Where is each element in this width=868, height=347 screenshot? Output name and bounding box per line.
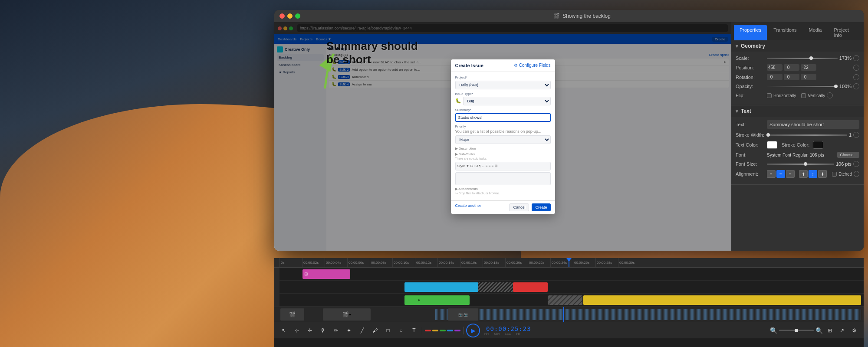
geometry-section-header[interactable]: ▼ Geometry	[731, 40, 864, 52]
valign-bottom[interactable]: ⬇	[818, 170, 827, 178]
clip-green[interactable]: ●	[404, 295, 470, 305]
minimize-button[interactable]	[287, 13, 293, 19]
clip-red[interactable]	[513, 282, 548, 292]
cancel-button[interactable]: Cancel	[509, 203, 529, 211]
valign-middle[interactable]: ↕	[809, 170, 817, 178]
text-section-header[interactable]: ▼ Text	[731, 105, 864, 117]
star-tool[interactable]: ✦	[344, 325, 354, 336]
pen-tool[interactable]: ✏	[331, 325, 341, 336]
font-row: Font: System Font Regular, 106 pts Choos…	[736, 152, 859, 158]
thumb-clip-2[interactable]: 🎬 ▪	[323, 308, 371, 321]
opacity-reset[interactable]	[853, 83, 859, 89]
scale-row: Scale: 173%	[736, 55, 859, 61]
position-y[interactable]	[784, 64, 799, 71]
stripe-svg	[548, 295, 582, 305]
stroke-reset[interactable]	[853, 132, 859, 138]
tab-transitions[interactable]: Transitions	[768, 25, 802, 40]
align-left[interactable]: ≡	[767, 170, 776, 178]
color-dot-purple[interactable]	[454, 330, 460, 331]
issue-type-select[interactable]: Bug	[463, 97, 551, 105]
export-button[interactable]: ↗	[837, 325, 847, 336]
blade-tool[interactable]: ⊹	[292, 325, 302, 336]
color-row: Text Color: Stroke Color:	[736, 141, 859, 149]
color-dot-red[interactable]	[425, 330, 431, 331]
create-button[interactable]: Create	[532, 203, 550, 211]
rotation-reset[interactable]	[853, 74, 859, 80]
track-3-label	[274, 294, 279, 306]
rotation-z[interactable]	[801, 74, 816, 80]
opacity-slider[interactable]	[767, 86, 838, 87]
clip-cyan[interactable]	[404, 282, 478, 292]
tab-media[interactable]: Media	[803, 25, 828, 40]
no-sub-tasks: There are no sub-tasks.	[455, 157, 551, 160]
color-dot-blue[interactable]	[447, 330, 453, 331]
clip-icon: ⊞	[302, 272, 308, 276]
font-size-slider[interactable]	[767, 164, 834, 165]
paint-tool[interactable]: 🖌	[370, 325, 380, 336]
clip-diagonal[interactable]	[478, 282, 513, 292]
flip-label: Flip:	[736, 93, 765, 98]
flip-h-checkbox[interactable]	[767, 93, 772, 98]
alignment-label: Alignment:	[736, 171, 765, 177]
position-x[interactable]	[767, 64, 783, 71]
zoom-out-button[interactable]: 🔍	[770, 327, 777, 334]
scale-slider[interactable]	[767, 58, 838, 59]
flip-v-checkbox[interactable]	[801, 93, 806, 98]
font-size-reset[interactable]	[853, 161, 859, 167]
title-bar: 🎬 Showing the backlog	[274, 10, 864, 22]
ruler-tick-20s: 00:00:20s	[505, 258, 522, 267]
align-center[interactable]: ≡	[776, 170, 785, 178]
etched-checkbox[interactable]	[832, 172, 837, 177]
select-tool[interactable]: ↖	[279, 325, 289, 336]
zoom-in-button[interactable]: 🔍	[815, 327, 823, 334]
text-input[interactable]	[767, 120, 859, 129]
scale-reset[interactable]	[853, 55, 859, 61]
rotation-label: Rotation:	[736, 75, 765, 80]
stroke-slider[interactable]	[767, 134, 847, 136]
position-reset[interactable]	[853, 65, 859, 71]
priority-select[interactable]: Major	[455, 135, 551, 144]
line-tool[interactable]: ╱	[357, 325, 367, 336]
settings-btn[interactable]: ⚙	[849, 325, 859, 336]
text-tool[interactable]: T	[409, 325, 419, 336]
rotation-x[interactable]	[767, 74, 783, 80]
project-label: Project*	[455, 75, 551, 79]
clip-yellow[interactable]	[583, 295, 861, 305]
configure-fields[interactable]: ⚙ Configure Fields	[514, 63, 551, 68]
clip-dark-stripe[interactable]	[548, 295, 582, 305]
thumb-clip-1[interactable]: 🎬	[280, 308, 304, 321]
fit-button[interactable]: ⊞	[825, 325, 835, 336]
color-dot-green[interactable]	[440, 330, 446, 331]
fullscreen-button[interactable]	[295, 13, 300, 19]
choose-font-btn[interactable]: Choose...	[837, 152, 859, 158]
project-select[interactable]: Daily (840)	[455, 81, 551, 89]
play-button[interactable]: ▶	[466, 324, 480, 337]
tab-properties[interactable]: Properties	[734, 25, 767, 40]
text-color-swatch[interactable]	[767, 141, 777, 149]
clip-magenta[interactable]: ⊞	[302, 269, 350, 279]
zoom-slider[interactable]	[779, 330, 814, 331]
thumb-clip-3[interactable]: 📷 📷	[448, 308, 478, 321]
flip-reset[interactable]	[827, 92, 833, 98]
thumb-icon-2b: ▪	[349, 311, 351, 318]
align-right[interactable]: ≡	[786, 170, 795, 178]
description-editor[interactable]	[455, 172, 551, 185]
audio-tool[interactable]: 🎙	[318, 325, 328, 336]
ellipse-tool[interactable]: ○	[396, 325, 406, 336]
create-another-btn[interactable]: Create another	[455, 203, 481, 211]
close-button[interactable]	[279, 13, 285, 19]
flip-h-group: Horizontally	[767, 93, 796, 98]
alignment-reset[interactable]	[854, 171, 859, 177]
tab-project-info[interactable]: Project Info	[829, 25, 861, 40]
flip-v-label: Vertically	[808, 93, 825, 98]
position-z[interactable]	[801, 64, 816, 71]
summary-input[interactable]	[455, 113, 551, 122]
color-dot-orange[interactable]	[432, 330, 438, 331]
crop-tool[interactable]: ✛	[305, 325, 315, 336]
timecode-group: 00:00:25:23 HR MIN SEC FR	[486, 325, 531, 335]
flip-v-group: Vertically	[801, 93, 825, 98]
rect-tool[interactable]: □	[383, 325, 393, 336]
stroke-color-swatch[interactable]	[813, 141, 823, 149]
valign-top[interactable]: ⬆	[799, 170, 808, 178]
rotation-y[interactable]	[784, 74, 799, 80]
